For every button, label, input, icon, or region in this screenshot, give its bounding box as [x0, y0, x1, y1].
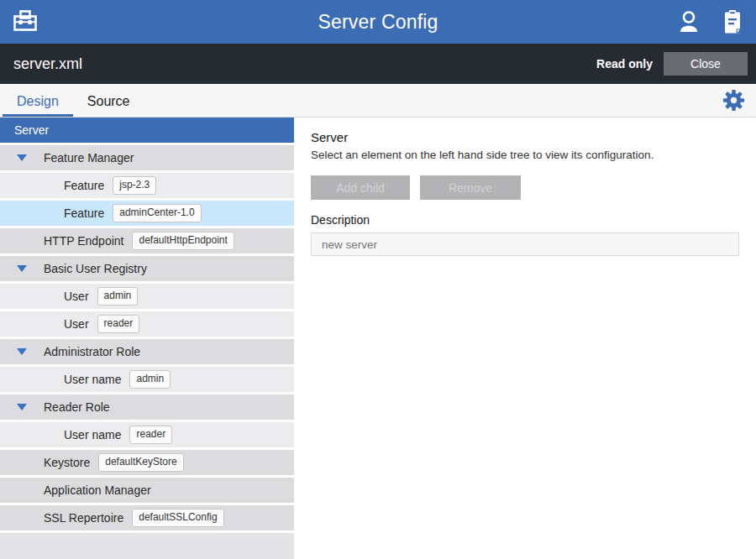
- tree-row[interactable]: Administrator Role: [0, 339, 294, 364]
- tab-design[interactable]: Design: [3, 94, 73, 117]
- tree-row[interactable]: User admin: [0, 284, 294, 309]
- app-header: Server Config: [0, 0, 756, 44]
- tree-row-label: HTTP Endpoint: [44, 234, 123, 248]
- tree-row-label: SSL Repertoire: [44, 511, 123, 525]
- tree-row-value-badge: defaultHttpEndpoint: [132, 232, 234, 249]
- tree-row-value-badge: reader: [129, 426, 172, 443]
- tree-row-value-badge: admin: [97, 287, 139, 305]
- tree-row[interactable]: Feature Manager: [0, 145, 294, 170]
- tree-row-label: Basic User Registry: [44, 262, 147, 275]
- gear-icon[interactable]: [722, 89, 745, 112]
- detail-instruction: Select an element on the left hand side …: [311, 149, 739, 161]
- tree-row-value-badge: jsp-2.3: [113, 176, 156, 194]
- tree-row[interactable]: User name reader: [0, 422, 294, 447]
- content-area: Server Feature Manager Feature jsp-2.3 F…: [0, 118, 756, 559]
- user-icon[interactable]: [675, 8, 702, 35]
- tree-row-value-badge: defaultSSLConfig: [132, 509, 223, 526]
- tree-row-label: User name: [64, 428, 121, 441]
- tree-row[interactable]: Basic User Registry: [0, 256, 294, 281]
- tree-row[interactable]: SSL Repertoire defaultSSLConfig: [0, 505, 294, 530]
- clipboard-icon[interactable]: [719, 8, 746, 35]
- detail-heading: Server: [311, 130, 739, 144]
- tree-root-server[interactable]: Server: [0, 118, 294, 143]
- detail-panel: Server Select an element on the left han…: [294, 118, 756, 559]
- file-name: server.xml: [13, 55, 82, 73]
- add-child-button[interactable]: Add child: [311, 175, 410, 200]
- server-config-app: Server Config: [0, 0, 756, 559]
- tree-row-label: Feature: [64, 206, 104, 220]
- page-title: Server Config: [0, 11, 756, 34]
- tree-row-label: Feature Manager: [44, 151, 134, 165]
- tree-rows: Feature Manager Feature jsp-2.3 Feature …: [0, 145, 294, 530]
- header-actions: [675, 8, 746, 35]
- close-button[interactable]: Close: [664, 52, 748, 76]
- tree-row[interactable]: User name admin: [0, 367, 294, 392]
- tree-empty-row: [0, 533, 294, 559]
- tree-row-label: Application Manager: [44, 483, 151, 497]
- tree-row[interactable]: Feature jsp-2.3: [0, 173, 294, 198]
- file-bar: server.xml Read only Close: [0, 44, 756, 84]
- tab-source[interactable]: Source: [73, 94, 144, 117]
- tree-row[interactable]: Application Manager: [0, 478, 294, 503]
- read-only-label: Read only: [596, 57, 653, 71]
- tree-row-label: User: [64, 317, 89, 331]
- remove-button[interactable]: Remove: [420, 175, 521, 200]
- tree-row-label: Reader Role: [44, 400, 110, 414]
- tree-row-value-badge: admin: [129, 370, 171, 388]
- tree-row-label: Feature: [64, 179, 104, 192]
- collapse-caret-icon[interactable]: [17, 154, 27, 161]
- tree-row[interactable]: User reader: [0, 311, 294, 337]
- tree-row-label: Administrator Role: [44, 345, 140, 358]
- collapse-caret-icon[interactable]: [17, 265, 27, 272]
- tree-row[interactable]: Reader Role: [0, 394, 294, 420]
- config-tree: Server Feature Manager Feature jsp-2.3 F…: [0, 118, 294, 559]
- tree-row-value-badge: adminCenter-1.0: [113, 204, 201, 222]
- tree-row[interactable]: Keystore defaultKeyStore: [0, 450, 294, 475]
- tree-row-value-badge: defaultKeyStore: [98, 453, 183, 471]
- collapse-caret-icon[interactable]: [17, 404, 27, 410]
- tree-row[interactable]: HTTP Endpoint defaultHttpEndpoint: [0, 228, 294, 253]
- tab-bar: Design Source: [0, 84, 756, 118]
- collapse-caret-icon[interactable]: [17, 348, 27, 355]
- description-input[interactable]: [311, 232, 739, 256]
- tree-row-value-badge: reader: [97, 315, 140, 332]
- tree-row-label: Keystore: [44, 456, 90, 469]
- tree-row-label: User: [64, 290, 89, 303]
- tree-row[interactable]: Feature adminCenter-1.0: [0, 201, 294, 226]
- description-label: Description: [311, 213, 739, 227]
- tree-row-label: User name: [64, 373, 121, 386]
